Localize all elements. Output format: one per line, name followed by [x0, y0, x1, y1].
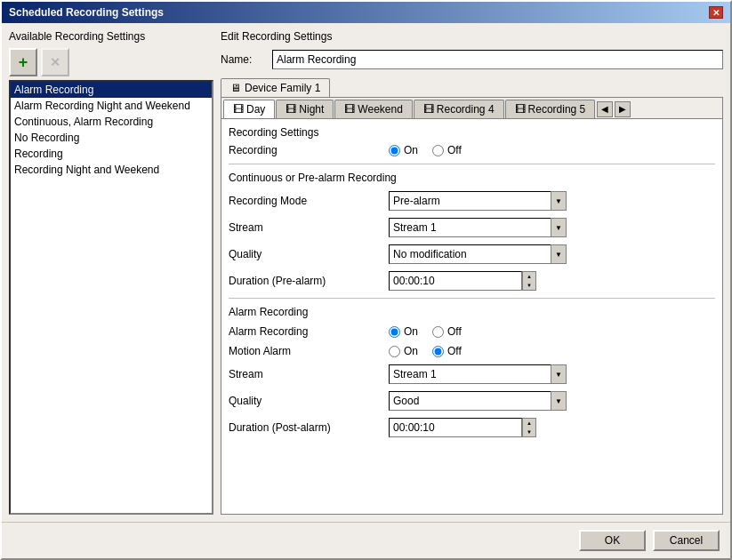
right-panel-title: Edit Recording Settings [221, 30, 723, 43]
recording-off-radio[interactable] [432, 145, 444, 156]
tab-weekend-label: Weekend [358, 103, 402, 116]
remove-button[interactable]: ✕ [41, 48, 69, 76]
stream-row: Stream Stream 1 Stream 2 Stream 3 ▼ [229, 218, 715, 237]
duration-prealarm-up[interactable]: ▲ [523, 272, 535, 281]
tab-night-label: Night [299, 103, 324, 116]
recording-off-option[interactable]: Off [432, 144, 462, 156]
recording-on-radio[interactable] [389, 145, 400, 156]
name-label: Name: [221, 53, 265, 66]
list-item[interactable]: Alarm Recording [11, 82, 212, 98]
alarm-off-label: Off [447, 325, 462, 338]
dialog-title: Scheduled Recording Settings [9, 6, 164, 19]
tab-rec5-icon: 🎞 [515, 103, 526, 116]
alarm-off-option[interactable]: Off [432, 325, 462, 338]
recording-field-label: Recording [229, 144, 389, 156]
tab-nav-left[interactable]: ◀ [597, 101, 613, 117]
tab-recording5-label: Recording 5 [528, 103, 586, 116]
recording-mode-dropdown-wrap: Pre-alarm Continuous Off ▼ [389, 191, 567, 211]
duration-prealarm-down[interactable]: ▼ [523, 281, 535, 290]
left-panel: Available Recording Settings + ✕ Alarm R… [9, 30, 213, 515]
list-item[interactable]: No Recording [11, 130, 212, 146]
scheduled-recording-dialog: Scheduled Recording Settings ✕ Available… [0, 0, 732, 560]
alarm-on-option[interactable]: On [389, 325, 418, 338]
motion-alarm-radio-group: On Off [389, 345, 462, 357]
tab-rec4-icon: 🎞 [423, 103, 434, 116]
tab-recording4-label: Recording 4 [437, 103, 495, 116]
list-item[interactable]: Recording [11, 146, 212, 162]
recording-radio-group: On Off [389, 144, 462, 156]
stream-select[interactable]: Stream 1 Stream 2 Stream 3 [389, 218, 567, 237]
alarm-off-radio[interactable] [432, 326, 444, 338]
alarm-stream-dropdown-wrap: Stream 1 Stream 2 Stream 3 ▼ [389, 364, 567, 384]
motion-on-label: On [404, 345, 418, 357]
duration-postalarm-spinner-btns: ▲ ▼ [522, 418, 536, 437]
close-button[interactable]: ✕ [709, 6, 723, 19]
duration-postalarm-row: Duration (Post-alarm) ▲ ▼ [229, 418, 715, 437]
recording-settings-content: Recording Settings Recording On Off [221, 119, 722, 514]
ok-button[interactable]: OK [579, 530, 646, 551]
motion-on-option[interactable]: On [389, 345, 418, 357]
name-input[interactable] [272, 50, 723, 69]
device-family-label: Device Family 1 [245, 82, 320, 94]
duration-prealarm-row: Duration (Pre-alarm) ▲ ▼ [229, 271, 715, 291]
tab-night[interactable]: 🎞 Night [276, 100, 334, 118]
recording-mode-row: Recording Mode Pre-alarm Continuous Off … [229, 191, 715, 211]
list-item[interactable]: Continuous, Alarm Recording [11, 114, 212, 130]
quality-label: Quality [229, 248, 389, 260]
tab-day-icon: 🎞 [233, 103, 244, 116]
name-row: Name: [221, 50, 723, 69]
tab-night-icon: 🎞 [286, 103, 296, 116]
title-bar: Scheduled Recording Settings ✕ [2, 2, 730, 23]
tab-nav-right[interactable]: ▶ [615, 101, 631, 117]
alarm-stream-label: Stream [229, 368, 389, 380]
cancel-button[interactable]: Cancel [653, 530, 720, 551]
alarm-stream-select[interactable]: Stream 1 Stream 2 Stream 3 [389, 364, 567, 384]
duration-postalarm-down[interactable]: ▼ [523, 428, 535, 436]
remove-icon: ✕ [50, 55, 60, 69]
recording-mode-select[interactable]: Pre-alarm Continuous Off [389, 191, 567, 211]
recording-mode-label: Recording Mode [229, 195, 389, 207]
separator-2 [229, 298, 715, 299]
tab-recording4[interactable]: 🎞 Recording 4 [414, 100, 504, 118]
add-button[interactable]: + [9, 48, 37, 76]
duration-postalarm-up[interactable]: ▲ [523, 419, 535, 428]
duration-prealarm-input[interactable] [389, 271, 522, 291]
motion-off-option[interactable]: Off [432, 345, 462, 357]
device-tab-bar: 🖥 Device Family 1 [221, 78, 723, 97]
recording-on-option[interactable]: On [389, 144, 418, 156]
duration-postalarm-input[interactable] [389, 418, 522, 437]
motion-off-radio[interactable] [432, 346, 444, 357]
recording-list: Alarm RecordingAlarm Recording Night and… [9, 80, 213, 515]
tab-recording5[interactable]: 🎞 Recording 5 [505, 100, 596, 118]
alarm-recording-label: Alarm Recording [229, 325, 389, 338]
duration-postalarm-spinner: ▲ ▼ [389, 418, 536, 437]
alarm-quality-row: Quality Good No modification Normal Low … [229, 391, 715, 411]
quality-row: Quality No modification Good Normal Low … [229, 244, 715, 264]
tab-weekend-icon: 🎞 [344, 103, 355, 116]
duration-prealarm-spinner-btns: ▲ ▼ [522, 271, 536, 291]
alarm-on-radio[interactable] [389, 326, 400, 338]
duration-prealarm-label: Duration (Pre-alarm) [229, 275, 389, 287]
tab-content-area: 🎞 Day 🎞 Night 🎞 Weekend 🎞 Recording 4 [221, 97, 723, 515]
duration-prealarm-spinner: ▲ ▼ [389, 271, 536, 291]
separator-1 [229, 164, 715, 164]
right-panel: Edit Recording Settings Name: 🖥 Device F… [221, 30, 723, 515]
quality-select[interactable]: No modification Good Normal Low [389, 244, 567, 264]
list-item[interactable]: Alarm Recording Night and Weekend [11, 98, 212, 114]
recording-off-label: Off [447, 144, 462, 156]
motion-on-radio[interactable] [389, 346, 400, 357]
duration-postalarm-label: Duration (Post-alarm) [229, 421, 389, 434]
motion-alarm-row: Motion Alarm On Off [229, 345, 715, 357]
continuous-section-label: Continuous or Pre-alarm Recording [229, 172, 715, 184]
tab-weekend[interactable]: 🎞 Weekend [334, 100, 412, 118]
recording-on-label: On [404, 144, 418, 156]
plus-icon: + [19, 53, 28, 72]
stream-label: Stream [229, 221, 389, 234]
tab-day[interactable]: 🎞 Day [223, 100, 275, 118]
dialog-footer: OK Cancel [2, 522, 730, 558]
alarm-quality-select[interactable]: Good No modification Normal Low [389, 391, 567, 411]
device-family-tab[interactable]: 🖥 Device Family 1 [221, 78, 330, 97]
device-family-icon: 🖥 [230, 82, 241, 94]
list-item[interactable]: Recording Night and Weekend [11, 162, 212, 178]
alarm-quality-label: Quality [229, 395, 389, 407]
